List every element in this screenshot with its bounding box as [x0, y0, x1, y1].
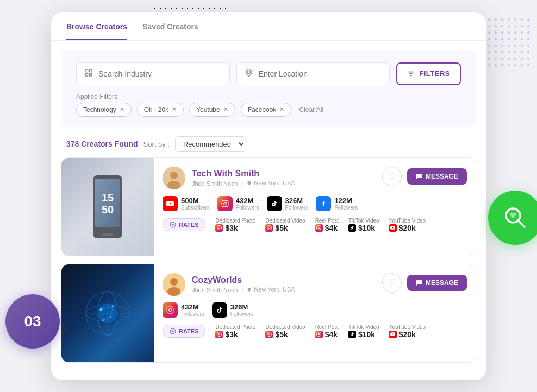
favorite-button-cozyworlds[interactable]: ♡ — [382, 273, 402, 293]
svg-point-35 — [318, 227, 320, 229]
rates-badge-cozy: RATES — [163, 325, 205, 338]
location-search-wrapper — [236, 62, 390, 85]
svg-point-4 — [511, 215, 515, 218]
svg-point-66 — [318, 333, 320, 335]
creator-image-techsmith: 15 50 — [61, 158, 154, 256]
instagram-icon — [217, 196, 233, 211]
svg-point-3 — [513, 212, 516, 216]
industry-search-input[interactable] — [98, 69, 222, 78]
creator-name-block: Tech With Smith Jhon Smith Noah | New Yo… — [163, 167, 295, 189]
rate-ig-video-cozy-icon — [265, 331, 273, 338]
svg-rect-5 — [85, 69, 88, 72]
creator-info-cozyworlds: CozyWorlds Jhon Smith Noah | New York, U… — [154, 264, 476, 362]
instagram-icon-cozy — [163, 302, 178, 318]
rates-badge: RATES — [163, 218, 205, 231]
facebook-icon — [316, 196, 331, 211]
creator-location-techsmith: New York, USA — [247, 180, 295, 186]
rate-dedicated-video: Dedicated Video $5k — [265, 218, 305, 232]
svg-rect-63 — [267, 332, 272, 337]
message-button-cozyworlds[interactable]: MESSAGE — [407, 275, 467, 291]
rate-youtube-video: YouTube Video $20k — [389, 218, 426, 232]
filter-tags-row: Technology ✕ Ok - 20k ✕ Youtube ✕ Facebo… — [76, 103, 461, 117]
creator-name-techsmith: Tech With Smith — [192, 169, 295, 179]
svg-point-25 — [223, 202, 226, 205]
actions-block-techsmith: ♡ MESSAGE — [382, 167, 467, 186]
tiktok-icon-cozy — [212, 302, 227, 318]
svg-rect-7 — [85, 73, 88, 76]
stat-facebook: 122M Followers — [316, 196, 358, 211]
tab-browse-creators[interactable]: Browse Creators — [66, 22, 127, 40]
rate-tt-cozy-icon — [348, 331, 356, 338]
svg-rect-55 — [167, 307, 173, 313]
rate-reel-post: Reel Post $4k — [315, 218, 339, 232]
circle-number: 03 — [24, 313, 41, 330]
clear-all-filters[interactable]: Clear All — [299, 106, 323, 113]
svg-rect-34 — [317, 226, 321, 230]
favorite-button-techsmith[interactable]: ♡ — [382, 167, 402, 186]
rate-dedicated-video-cozy: Dedicated Video $5k — [265, 324, 305, 339]
rates-section-cozyworlds: RATES Dedicated Photo $3k Dedicated Vide… — [163, 324, 467, 339]
stat-instagram-cozy: 432M Followers — [163, 302, 204, 318]
svg-rect-24 — [222, 200, 228, 207]
svg-point-53 — [167, 287, 180, 296]
rate-yt-icon — [389, 224, 397, 232]
creator-location-cozyworlds: New York, USA — [247, 286, 295, 293]
svg-point-52 — [170, 278, 178, 286]
svg-rect-61 — [217, 332, 222, 337]
remove-youtube-icon[interactable]: ✕ — [223, 106, 228, 113]
rate-reel-cozy-icon — [315, 331, 323, 338]
stat-tiktok: 326M Followers — [267, 196, 309, 211]
svg-text:15: 15 — [102, 192, 114, 204]
industry-search-wrapper — [76, 62, 230, 85]
sort-select[interactable]: Recommended Most Followers Lowest Rate — [175, 136, 246, 152]
svg-point-2 — [510, 212, 513, 216]
svg-rect-32 — [267, 226, 272, 230]
social-stats-techsmith: 500M Subscribers 432M Followers — [163, 196, 467, 211]
stat-youtube: 500M Subscribers — [163, 196, 210, 211]
creator-avatar-cozyworlds — [163, 273, 185, 296]
remove-facebook-icon[interactable]: ✕ — [279, 106, 284, 113]
svg-rect-18 — [102, 233, 113, 236]
svg-point-21 — [167, 181, 180, 189]
rate-reel-icon — [315, 224, 323, 232]
creator-avatar-techsmith — [163, 167, 185, 189]
industry-icon — [84, 68, 93, 79]
svg-point-9 — [247, 71, 250, 73]
main-content-card: Browse Creators Saved Creators — [51, 12, 486, 380]
svg-point-62 — [218, 333, 220, 335]
svg-point-20 — [170, 172, 178, 179]
message-button-techsmith[interactable]: MESSAGE — [407, 168, 467, 185]
creator-image-cozyworlds — [61, 264, 154, 362]
svg-rect-6 — [89, 69, 92, 72]
svg-line-1 — [518, 220, 524, 227]
rate-youtube-video-cozy: YouTube Video $20k — [389, 324, 426, 339]
rate-yt-cozy-icon — [389, 331, 397, 338]
creators-list: 15 50 — [51, 157, 486, 380]
rate-ig-video-icon — [265, 224, 273, 232]
filter-tag-ok20k[interactable]: Ok - 20k ✕ — [137, 103, 184, 117]
tab-saved-creators[interactable]: Saved Creators — [142, 22, 198, 40]
rate-tt-icon — [348, 224, 356, 232]
actions-block-cozyworlds: ♡ MESSAGE — [382, 273, 467, 293]
search-section: FILTERS Applied Filters Technology ✕ Ok … — [61, 50, 476, 127]
sort-label: Sort by : — [143, 140, 169, 148]
svg-point-26 — [226, 201, 227, 202]
filter-tag-facebook[interactable]: Facebook ✕ — [241, 103, 292, 117]
creator-card-cozyworlds: CozyWorlds Jhon Smith Noah | New York, U… — [61, 264, 476, 363]
creator-sub-techsmith: Jhon Smith Noah | New York, USA — [192, 180, 295, 187]
location-search-input[interactable] — [259, 69, 382, 78]
svg-point-33 — [268, 227, 270, 229]
rate-dedicated-photo-cozy: Dedicated Photo $3k — [215, 324, 255, 339]
rate-ig-photo-cozy-icon — [215, 331, 223, 338]
filters-button[interactable]: FILTERS — [396, 62, 461, 85]
creator-sub-cozyworlds: Jhon Smith Noah | New York, USA — [192, 286, 295, 293]
rates-section-techsmith: RATES Dedicated Photo $3k Dedicated Vide… — [163, 218, 467, 232]
filter-tag-technology[interactable]: Technology ✕ — [76, 103, 132, 117]
filter-tag-youtube[interactable]: Youtube ✕ — [189, 103, 235, 117]
remove-ok20k-icon[interactable]: ✕ — [172, 106, 177, 113]
creator-name-cozyworlds: CozyWorlds — [192, 275, 295, 285]
svg-rect-30 — [217, 226, 222, 230]
svg-point-64 — [268, 333, 270, 335]
tiktok-icon — [267, 196, 282, 211]
remove-technology-icon[interactable]: ✕ — [120, 106, 124, 113]
